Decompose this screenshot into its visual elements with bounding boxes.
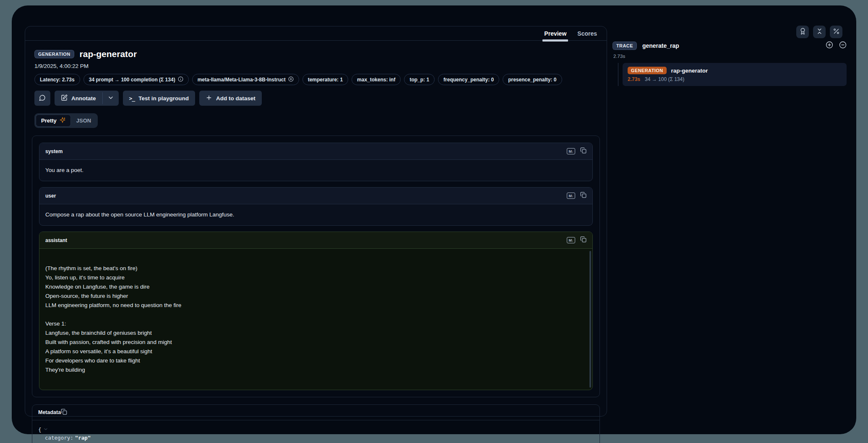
badge-label: frequency_penalty: 0 bbox=[443, 77, 494, 83]
toggle-json[interactable]: JSON bbox=[71, 115, 96, 127]
badge-label: Latency: 2.73s bbox=[40, 77, 75, 83]
temperature-badge: temperature: 1 bbox=[302, 74, 348, 85]
annotate-dropdown-button[interactable] bbox=[103, 91, 119, 106]
percent-icon bbox=[833, 28, 840, 36]
plus-icon bbox=[206, 94, 212, 102]
observation-panel: Preview Scores GENERATION rap-generator … bbox=[25, 26, 607, 417]
terminal-icon: >_ bbox=[129, 95, 135, 102]
badge-label: meta-llama/Meta-Llama-3-8B-Instruct bbox=[198, 77, 286, 83]
panel-body: GENERATION rap-generator 1/9/2025, 4:00:… bbox=[25, 41, 607, 443]
edit-icon bbox=[61, 94, 68, 102]
test-in-playground-button[interactable]: >_ Test in playground bbox=[123, 91, 195, 106]
json-key: category: bbox=[45, 434, 73, 442]
node-stats-row: 2.73s 34 → 100 (Σ 134) bbox=[628, 76, 842, 82]
sparkles-icon bbox=[60, 117, 65, 124]
circle-plus-icon[interactable] bbox=[826, 41, 833, 50]
metadata-header: Metadata bbox=[32, 405, 600, 420]
copy-icon[interactable] bbox=[580, 236, 586, 244]
scrollbar-thumb[interactable] bbox=[589, 251, 591, 388]
chevron-down-icon bbox=[107, 94, 114, 102]
title-row: GENERATION rap-generator bbox=[34, 49, 597, 59]
tab-scores[interactable]: Scores bbox=[572, 26, 602, 40]
assistant-message-content: (The rhythm is set, the beat's on fire) … bbox=[39, 249, 592, 390]
page-title: rap-generator bbox=[80, 49, 137, 59]
view-toggle: Pretty JSON bbox=[34, 113, 98, 128]
message-role: system bbox=[45, 149, 63, 154]
system-message-content: You are a poet. bbox=[39, 160, 592, 181]
test-in-playground-label: Test in playground bbox=[138, 95, 189, 102]
generation-tree-node[interactable]: GENERATION rap-generator 2.73s 34 → 100 … bbox=[623, 63, 847, 86]
message-tools: M↓ bbox=[567, 236, 586, 244]
copy-icon[interactable] bbox=[61, 409, 67, 417]
assistant-text: (The rhythm is set, the beat's on fire) … bbox=[45, 265, 181, 373]
markdown-toggle-icon[interactable]: M↓ bbox=[567, 148, 575, 154]
io-messages-container: system M↓ You are a poet. user bbox=[32, 136, 600, 397]
generation-type-badge: GENERATION bbox=[628, 67, 667, 74]
annotate-award-button[interactable] bbox=[796, 26, 809, 38]
app-window: Preview Scores GENERATION rap-generator … bbox=[12, 5, 856, 434]
actions-row: Annotate >_ Test in playground bbox=[34, 91, 597, 106]
tree-zoom-controls bbox=[826, 41, 847, 50]
circle-minus-icon[interactable] bbox=[839, 41, 847, 50]
toggle-pretty[interactable]: Pretty bbox=[36, 115, 71, 127]
collapse-chevron-icon[interactable] bbox=[43, 426, 48, 434]
scores-percent-button[interactable] bbox=[830, 26, 842, 38]
badge-label: max_tokens: inf bbox=[357, 77, 395, 83]
trace-duration: 2.73s bbox=[613, 54, 847, 59]
add-to-dataset-label: Add to dataset bbox=[216, 95, 255, 102]
system-message-header: system M↓ bbox=[39, 143, 592, 160]
user-message-header: user M↓ bbox=[39, 188, 592, 204]
observation-type-badge: GENERATION bbox=[34, 50, 74, 58]
message-tools: M↓ bbox=[567, 192, 586, 200]
panel-tabs: Preview Scores bbox=[25, 26, 607, 41]
pretty-label: Pretty bbox=[41, 117, 57, 124]
badge-label: top_p: 1 bbox=[409, 77, 429, 83]
user-message-content: Compose a rap about the open source LLM … bbox=[39, 204, 592, 225]
assistant-message-header: assistant M↓ bbox=[39, 232, 592, 249]
badge-label: presence_penalty: 0 bbox=[508, 77, 556, 83]
annotate-split-button: Annotate bbox=[55, 91, 119, 106]
user-message-block: user M↓ Compose a rap about the open sou… bbox=[39, 187, 593, 226]
trace-tree-panel: TRACE generate_rap 2.73s GENERATION rap-… bbox=[613, 41, 847, 86]
copy-icon[interactable] bbox=[580, 192, 586, 200]
markdown-toggle-icon[interactable]: M↓ bbox=[567, 237, 575, 243]
json-open-line: { bbox=[38, 426, 594, 434]
circle-plus-icon bbox=[288, 76, 294, 83]
annotate-button[interactable]: Annotate bbox=[55, 91, 102, 106]
observation-timestamp: 1/9/2025, 4:00:22 PM bbox=[34, 63, 597, 69]
award-icon bbox=[799, 28, 806, 36]
trace-type-badge: TRACE bbox=[613, 42, 637, 50]
annotate-label: Annotate bbox=[71, 95, 96, 102]
metadata-title: Metadata bbox=[38, 409, 61, 415]
markdown-toggle-icon[interactable]: M↓ bbox=[567, 193, 575, 199]
collapse-panel-button[interactable] bbox=[813, 26, 826, 38]
message-role: assistant bbox=[45, 237, 67, 243]
badge-label: temperature: 1 bbox=[308, 77, 343, 83]
assistant-message-block: assistant M↓ (The rhythm is set, the bea… bbox=[39, 232, 593, 390]
message-role: user bbox=[45, 193, 56, 199]
add-to-dataset-button[interactable]: Add to dataset bbox=[199, 91, 262, 106]
metadata-json: { category: "rap" } bbox=[32, 420, 600, 443]
model-badge[interactable]: meta-llama/Meta-Llama-3-8B-Instruct bbox=[192, 74, 299, 85]
token-usage-badge[interactable]: 34 prompt → 100 completion (Σ 134) bbox=[83, 74, 189, 85]
node-duration: 2.73s bbox=[628, 76, 640, 82]
json-label: JSON bbox=[76, 117, 91, 124]
trace-name[interactable]: generate_rap bbox=[642, 42, 679, 49]
comment-icon bbox=[39, 94, 46, 102]
comment-button[interactable] bbox=[34, 91, 50, 106]
trace-tree: GENERATION rap-generator 2.73s 34 → 100 … bbox=[618, 63, 847, 86]
badge-label: 34 prompt → 100 completion (Σ 134) bbox=[89, 77, 175, 83]
message-tools: M↓ bbox=[567, 147, 586, 155]
presence-penalty-badge: presence_penalty: 0 bbox=[503, 74, 562, 85]
tab-preview[interactable]: Preview bbox=[539, 26, 572, 40]
node-token-usage: 34 → 100 (Σ 134) bbox=[645, 76, 684, 82]
frequency-penalty-badge: frequency_penalty: 0 bbox=[438, 74, 499, 85]
copy-icon[interactable] bbox=[580, 147, 586, 155]
window-actions bbox=[796, 26, 842, 38]
json-property-line: category: "rap" bbox=[38, 434, 594, 442]
model-parameter-badges: Latency: 2.73s 34 prompt → 100 completio… bbox=[34, 74, 597, 85]
node-title-row: GENERATION rap-generator bbox=[628, 67, 842, 74]
fold-vertical-icon bbox=[816, 28, 823, 36]
node-name: rap-generator bbox=[671, 68, 708, 74]
latency-badge: Latency: 2.73s bbox=[34, 74, 80, 85]
